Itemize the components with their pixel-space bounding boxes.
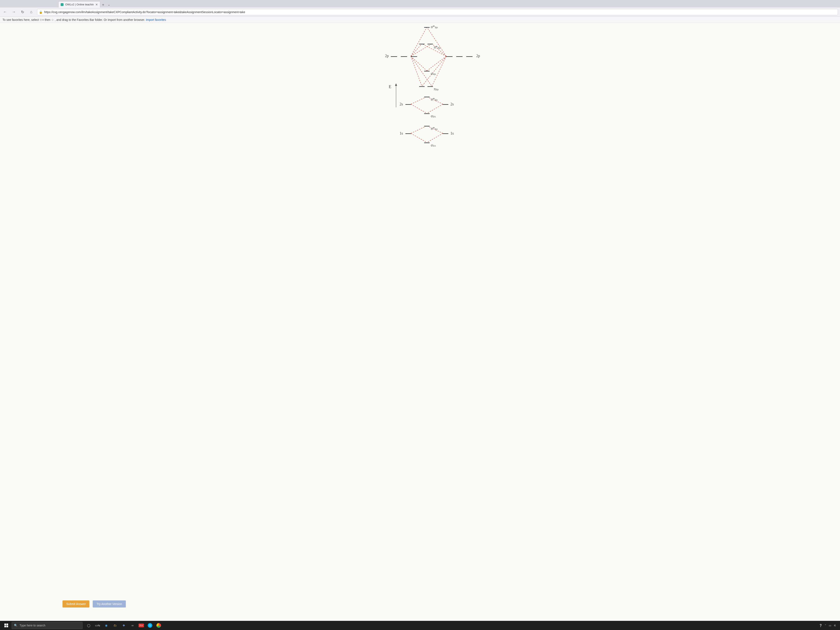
- svg-line-13: [411, 104, 427, 113]
- dropbox-icon[interactable]: ❖: [120, 621, 128, 630]
- svg-rect-23: [6, 624, 8, 625]
- tab-overflow-button[interactable]: ⌄: [106, 2, 112, 8]
- lock-icon: 🔒: [39, 10, 43, 14]
- edge-icon[interactable]: ◉: [102, 621, 111, 630]
- label-sigma-star-1s: σ*₁ₛ: [431, 126, 438, 131]
- ao-left-2p[interactable]: [391, 56, 417, 57]
- label-left-2p: 2p: [385, 54, 389, 58]
- favbar-text-3: , and drag to the Favorites Bar folder. …: [55, 18, 145, 22]
- svg-line-17: [411, 133, 427, 142]
- svg-line-9: [427, 56, 446, 71]
- svg-line-6: [427, 27, 446, 56]
- browser-tabstrip: OWLv2 | Online teachin ✕ ＋ ⌄: [0, 0, 840, 8]
- search-placeholder: Type here to search: [20, 624, 46, 627]
- taskbar-pinned-apps: ◯ ▭⇆ ◉ 🗀 ❖ ∞ FLV S: [85, 621, 163, 630]
- energy-axis: [393, 83, 399, 108]
- forward-button[interactable]: →: [11, 9, 17, 15]
- browser-tab-active[interactable]: OWLv2 | Online teachin ✕: [58, 1, 100, 8]
- task-view-icon[interactable]: ▭⇆: [93, 621, 102, 630]
- battery-icon[interactable]: ▭: [829, 624, 831, 627]
- ao-left-1s[interactable]: [406, 133, 411, 134]
- wifi-icon[interactable]: ⚟: [834, 624, 836, 627]
- file-explorer-icon[interactable]: 🗀: [111, 621, 119, 630]
- home-button[interactable]: ⌂: [28, 9, 34, 15]
- action-button-row: Submit Answer Try Another Version: [63, 600, 126, 608]
- svg-line-12: [411, 97, 427, 104]
- label-pi-2p: π₂ₚ: [434, 87, 439, 91]
- label-sigma-2p: σ₂ₚ: [431, 71, 436, 76]
- mo-level-sigma-2p[interactable]: [424, 71, 429, 71]
- favorites-hint-bar: To see favorites here, select ✩≡ then ☆ …: [0, 17, 840, 23]
- svg-line-1: [411, 44, 422, 56]
- mo-level-sigma-1s[interactable]: [424, 142, 429, 143]
- ao-right-2p[interactable]: [446, 56, 472, 57]
- browser-navbar: ← → ↻ ⌂ 🔒 https://cvg.cengagenow.com/ilr…: [0, 8, 840, 17]
- svg-rect-24: [5, 625, 6, 627]
- back-button[interactable]: ←: [2, 9, 8, 15]
- label-sigma-2s: σ₂ₛ: [431, 114, 436, 118]
- submit-answer-button[interactable]: Submit Answer: [63, 600, 89, 608]
- close-icon[interactable]: ✕: [95, 3, 98, 6]
- mo-level-pi-2p[interactable]: [419, 86, 433, 87]
- label-pi-star-2p: π*₂ₚ: [434, 45, 441, 50]
- cortana-icon[interactable]: ◯: [85, 621, 93, 630]
- mo-level-sigma-star-2p[interactable]: [424, 27, 429, 28]
- new-tab-button[interactable]: ＋: [100, 2, 106, 8]
- label-right-2s: 2s: [450, 102, 454, 106]
- mo-level-pi-star-2p[interactable]: [419, 44, 433, 44]
- tab-title: OWLv2 | Online teachin: [65, 3, 94, 6]
- windows-icon: [5, 624, 8, 627]
- import-favorites-link[interactable]: Import favorites: [146, 18, 166, 22]
- windows-taskbar: 🔍 Type here to search ◯ ▭⇆ ◉ 🗀 ❖ ∞ FLV S…: [0, 621, 840, 630]
- mo-connectors: [330, 23, 510, 156]
- svg-line-19: [427, 133, 443, 142]
- label-sigma-star-2p: σ*₂ₚ: [431, 25, 438, 29]
- skype-icon[interactable]: S: [146, 621, 154, 630]
- search-icon: 🔍: [14, 624, 17, 627]
- tab-favicon: [61, 3, 63, 6]
- svg-line-15: [427, 104, 443, 113]
- refresh-button[interactable]: ↻: [20, 9, 25, 15]
- svg-line-16: [411, 126, 427, 133]
- favbar-text-1: To see favorites here, select: [3, 18, 39, 22]
- mo-level-sigma-star-2s[interactable]: [424, 97, 429, 97]
- label-left-2s: 2s: [399, 102, 403, 106]
- svg-rect-25: [6, 625, 8, 627]
- ao-left-2s[interactable]: [406, 104, 411, 105]
- star-icon: ☆: [51, 18, 54, 22]
- taskbar-search-input[interactable]: 🔍 Type here to search: [12, 622, 82, 629]
- svg-rect-22: [5, 624, 6, 625]
- mo-level-sigma-star-1s[interactable]: [424, 126, 429, 126]
- try-another-version-button[interactable]: Try Another Version: [93, 600, 126, 608]
- page-content: E σ*₂ₚ π*₂ₚ σ₂ₚ π₂ₚ σ*₂ₛ σ₂ₛ σ*₁ₛ σ₁ₛ: [0, 23, 840, 621]
- svg-line-2: [411, 44, 432, 56]
- chevron-up-icon[interactable]: ˄: [825, 624, 826, 627]
- svg-line-4: [411, 56, 422, 86]
- help-icon[interactable]: ❔: [819, 624, 822, 627]
- system-tray[interactable]: ❔ ˄ ▭ ⚟: [819, 624, 838, 627]
- url-input[interactable]: 🔒 https://cvg.cengagenow.com/ilrn/takeAs…: [37, 9, 838, 15]
- mo-level-sigma-2s[interactable]: [424, 113, 429, 114]
- chrome-icon[interactable]: [155, 621, 163, 630]
- label-right-2p: 2p: [476, 54, 480, 58]
- favbar-text-2: then: [44, 18, 50, 22]
- start-button[interactable]: [2, 621, 11, 630]
- ao-right-2s[interactable]: [443, 104, 448, 105]
- label-sigma-1s: σ₁ₛ: [431, 143, 436, 147]
- flv-app-icon[interactable]: FLV: [137, 621, 145, 630]
- label-left-1s: 1s: [399, 131, 403, 136]
- star-add-icon: ✩≡: [39, 18, 44, 22]
- ao-right-1s[interactable]: [443, 133, 448, 134]
- svg-marker-21: [395, 83, 397, 86]
- svg-line-3: [411, 56, 427, 71]
- infinity-app-icon[interactable]: ∞: [128, 621, 137, 630]
- energy-axis-label: E: [389, 84, 391, 89]
- label-right-1s: 1s: [450, 131, 454, 136]
- url-text: https://cvg.cengagenow.com/ilrn/takeAssi…: [44, 10, 245, 14]
- svg-line-0: [411, 27, 427, 56]
- label-sigma-star-2s: σ*₂ₛ: [431, 97, 438, 102]
